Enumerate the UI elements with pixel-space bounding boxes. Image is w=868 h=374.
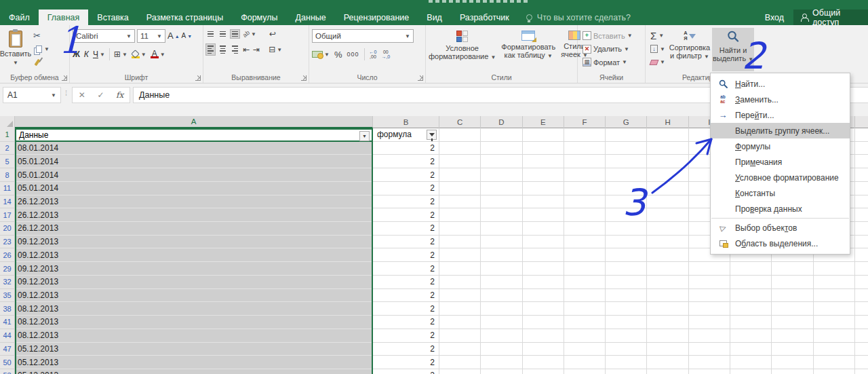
font-size-combobox[interactable]: 11▼ [137, 29, 165, 43]
cell-A50[interactable]: 05.12.2013 [15, 356, 373, 369]
tab-developer[interactable]: Разработчик [451, 10, 518, 25]
select-all-corner[interactable] [0, 116, 15, 128]
delete-cells-button[interactable]: ✕Удалить▼ [580, 43, 645, 56]
cell-B38[interactable]: 2 [373, 302, 439, 316]
sign-in-button[interactable]: Вход [755, 10, 793, 25]
empty-cells[interactable] [439, 329, 868, 343]
tab-page-layout[interactable]: Разметка страницы [138, 10, 232, 25]
cell-B1[interactable]: формула [373, 128, 439, 142]
comma-style-button[interactable]: 000 [347, 51, 359, 58]
tab-view[interactable]: Вид [418, 10, 451, 25]
empty-cells[interactable] [439, 316, 868, 329]
menu-item-replace[interactable]: abacЗаменить... [711, 92, 850, 107]
cell-A1[interactable]: Данные▼ [15, 128, 373, 142]
row-header-35[interactable]: 35 [0, 289, 15, 303]
menu-item-goto[interactable]: →Перейти... [711, 107, 850, 123]
row-header-53[interactable]: 53 [0, 369, 15, 374]
row-header-41[interactable]: 41 [0, 316, 15, 329]
filter-dropdown-button-A1[interactable]: ▼ [359, 131, 370, 141]
cell-A26[interactable]: 09.12.2013 [15, 248, 373, 262]
wrap-text-button[interactable]: ↩ [269, 29, 276, 39]
increase-indent-button[interactable]: ⇥ [253, 45, 260, 54]
increase-decimal-button[interactable]: ←0,00 [370, 50, 377, 60]
tell-me-box[interactable]: Что вы хотите сделать? [518, 10, 639, 25]
alignment-dialog-launcher-icon[interactable] [301, 75, 307, 81]
row-header-47[interactable]: 47 [0, 343, 15, 356]
cell-B44[interactable]: 2 [373, 329, 439, 343]
menu-item-conditional-formatting[interactable]: Условное форматирование [711, 170, 850, 185]
empty-cells[interactable] [439, 276, 868, 289]
row-header-23[interactable]: 23 [0, 236, 15, 249]
column-header-H[interactable]: H [647, 116, 688, 128]
tab-file[interactable]: Файл [0, 10, 39, 25]
cell-A17[interactable]: 26.12.2013 [15, 208, 373, 222]
cell-B29[interactable]: 2 [373, 262, 439, 276]
cell-B50[interactable]: 2 [373, 356, 439, 369]
decrease-indent-button[interactable]: ⇤ [243, 45, 250, 54]
align-center-icon[interactable] [218, 44, 227, 55]
cell-A53[interactable]: 05.12.2013 [15, 369, 373, 374]
underline-button[interactable]: Ч▼ [93, 50, 105, 59]
cell-B20[interactable]: 2 [373, 222, 439, 236]
column-header-C[interactable]: C [439, 116, 481, 128]
column-header-G[interactable]: G [606, 116, 647, 128]
format-painter-button[interactable] [31, 56, 52, 69]
row-header-11[interactable]: 11 [0, 182, 15, 195]
row-header-50[interactable]: 50 [0, 356, 15, 369]
number-format-combobox[interactable]: Общий▼ [312, 29, 414, 43]
row-header-26[interactable]: 26 [0, 248, 15, 262]
column-header-B[interactable]: B [373, 116, 439, 128]
fill-button[interactable]: ↓▼ [648, 43, 667, 56]
row-header-14[interactable]: 14 [0, 195, 15, 209]
empty-cells[interactable] [439, 302, 868, 316]
cell-A41[interactable]: 08.12.2013 [15, 316, 373, 329]
cell-A38[interactable]: 08.12.2013 [15, 302, 373, 316]
row-header-44[interactable]: 44 [0, 329, 15, 343]
empty-cells[interactable] [439, 369, 868, 374]
tab-data[interactable]: Данные [287, 10, 335, 25]
menu-item-notes[interactable]: Примечания [711, 154, 850, 170]
align-top-icon[interactable] [206, 30, 215, 39]
format-as-table-button[interactable]: Форматироватькак таблицу ▼ [498, 28, 558, 71]
cell-A2[interactable]: 08.01.2014 [15, 142, 373, 155]
cell-B5[interactable]: 2 [373, 155, 439, 168]
cell-A44[interactable]: 08.12.2013 [15, 329, 373, 343]
share-button[interactable]: Общий доступ [793, 10, 868, 25]
copy-button[interactable]: ▼ [31, 43, 52, 56]
row-header-20[interactable]: 20 [0, 222, 15, 236]
cell-A11[interactable]: 05.01.2014 [15, 182, 373, 195]
font-name-combobox[interactable]: Calibri▼ [73, 29, 135, 43]
row-header-2[interactable]: 2 [0, 142, 15, 155]
cell-A14[interactable]: 26.12.2013 [15, 195, 373, 209]
number-dialog-launcher-icon[interactable] [418, 75, 423, 81]
column-header-D[interactable]: D [481, 116, 522, 128]
bold-button[interactable]: Ж [73, 50, 80, 59]
cell-B14[interactable]: 2 [373, 195, 439, 209]
font-dialog-launcher-icon[interactable] [195, 75, 201, 81]
cut-button[interactable]: ✂ [31, 29, 52, 42]
cell-A47[interactable]: 05.12.2013 [15, 343, 373, 356]
cancel-button[interactable]: ✕ [79, 90, 85, 100]
menu-item-constants[interactable]: Константы [711, 185, 850, 201]
filter-applied-button-B1[interactable] [427, 130, 437, 140]
clipboard-dialog-launcher-icon[interactable] [62, 75, 67, 81]
empty-cells[interactable] [439, 262, 868, 276]
cell-B53[interactable]: 2 [373, 369, 439, 374]
grow-font-button[interactable]: А▲ [167, 33, 180, 39]
column-header-A[interactable]: A [15, 116, 373, 128]
cell-A5[interactable]: 05.01.2014 [15, 155, 373, 168]
align-left-icon[interactable] [206, 44, 215, 55]
cell-A35[interactable]: 09.12.2013 [15, 289, 373, 303]
cell-B17[interactable]: 2 [373, 208, 439, 222]
row-header-8[interactable]: 8 [0, 168, 15, 182]
autosum-button[interactable]: Σ▼ [648, 29, 667, 42]
menu-item-select-objects[interactable]: ▷Выбор объектов [711, 220, 850, 236]
cell-B41[interactable]: 2 [373, 316, 439, 329]
format-cells-button[interactable]: ▦Формат▼ [580, 56, 645, 69]
cell-B35[interactable]: 2 [373, 289, 439, 303]
column-header-E[interactable]: E [523, 116, 564, 128]
empty-cells[interactable] [439, 343, 868, 356]
row-header-29[interactable]: 29 [0, 262, 15, 276]
cell-B23[interactable]: 2 [373, 236, 439, 249]
percent-style-button[interactable]: % [334, 50, 342, 60]
